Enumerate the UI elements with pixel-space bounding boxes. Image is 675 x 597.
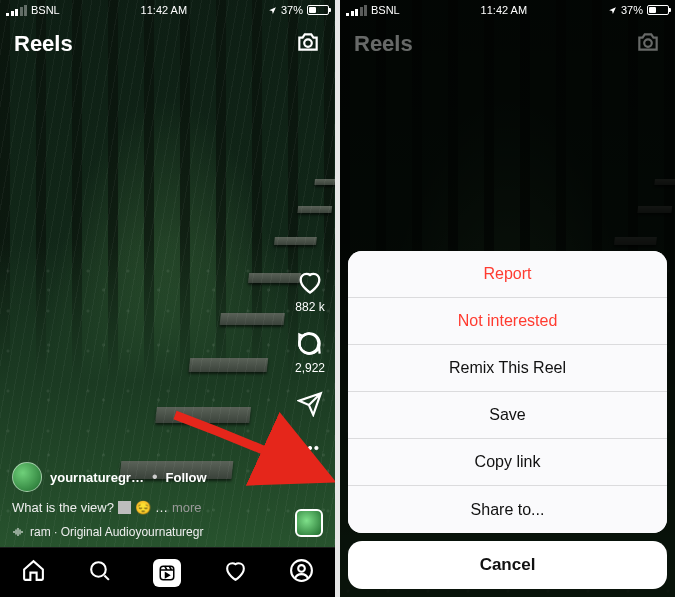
svg-point-1: [300, 333, 320, 353]
battery-pct-label: 37%: [621, 4, 643, 16]
audio-text: ram · Original Audioyournaturegr: [30, 525, 203, 539]
status-bar: BSNL 11:42 AM 37%: [0, 0, 335, 20]
svg-point-3: [308, 446, 311, 449]
battery-icon: [307, 5, 329, 15]
reels-screen-actionsheet: BSNL 11:42 AM 37% Reels ial Audioyournat…: [340, 0, 675, 597]
share-button[interactable]: [297, 391, 323, 417]
status-bar: BSNL 11:42 AM 37%: [340, 0, 675, 20]
signal-icon: [6, 5, 27, 16]
bottom-nav: [0, 547, 335, 597]
sheet-cancel[interactable]: Cancel: [348, 541, 667, 589]
reel-action-column: 882 k 2,922: [295, 268, 325, 459]
clock-label: 11:42 AM: [481, 4, 527, 16]
heart-outline-icon: [223, 558, 248, 583]
page-title: Reels: [14, 31, 73, 57]
sheet-save[interactable]: Save: [348, 392, 667, 439]
reels-screen-main: BSNL 11:42 AM 37% Reels 882 k 2,922: [0, 0, 335, 597]
reels-tab[interactable]: [153, 559, 181, 587]
paper-plane-icon: [297, 391, 323, 417]
home-icon: [21, 558, 46, 583]
sheet-remix[interactable]: Remix This Reel: [348, 345, 667, 392]
svg-point-2: [302, 446, 305, 449]
reels-header: Reels: [340, 22, 675, 66]
page-title: Reels: [354, 31, 413, 57]
follow-button[interactable]: Follow: [166, 470, 207, 485]
caption[interactable]: What is the view? 😔 … more: [12, 500, 323, 515]
profile-icon: [289, 558, 314, 583]
battery-pct-label: 37%: [281, 4, 303, 16]
more-horizontal-icon: [299, 437, 321, 459]
sheet-not-interested[interactable]: Not interested: [348, 298, 667, 345]
likes-count: 882 k: [295, 300, 324, 314]
camera-button[interactable]: [295, 29, 321, 59]
svg-point-8: [298, 565, 305, 572]
sheet-report[interactable]: Report: [348, 251, 667, 298]
heart-icon: [296, 268, 324, 296]
caption-text: What is the view?: [12, 500, 114, 515]
like-button[interactable]: 882 k: [295, 268, 324, 314]
location-icon: [608, 6, 617, 15]
search-tab[interactable]: [87, 558, 112, 587]
search-icon: [87, 558, 112, 583]
sheet-copy-link[interactable]: Copy link: [348, 439, 667, 486]
svg-point-4: [315, 446, 318, 449]
action-sheet: Report Not interested Remix This Reel Sa…: [348, 251, 667, 589]
reels-header: Reels: [0, 22, 335, 66]
svg-rect-6: [161, 566, 175, 580]
carrier-label: BSNL: [31, 4, 60, 16]
carrier-label: BSNL: [371, 4, 400, 16]
svg-point-0: [304, 39, 312, 47]
battery-icon: [647, 5, 669, 15]
svg-point-5: [91, 562, 106, 577]
svg-point-9: [644, 39, 652, 47]
user-avatar[interactable]: [12, 462, 42, 492]
audio-thumbnail[interactable]: [295, 509, 323, 537]
comment-icon: [296, 330, 323, 357]
audio-info[interactable]: ram · Original Audioyournaturegr: [12, 525, 323, 539]
reel-meta: yournaturegr… • Follow What is the view?…: [12, 462, 323, 539]
audio-bars-icon: [12, 526, 24, 538]
signal-icon: [346, 5, 367, 16]
emoji-placeholder: [118, 501, 131, 514]
username-label[interactable]: yournaturegr…: [50, 470, 144, 485]
comments-count: 2,922: [295, 361, 325, 375]
more-label: more: [172, 500, 202, 515]
profile-tab[interactable]: [289, 558, 314, 587]
separator-dot: •: [152, 468, 158, 486]
camera-button[interactable]: [635, 29, 661, 59]
activity-tab[interactable]: [223, 558, 248, 587]
reels-icon: [158, 564, 176, 582]
location-icon: [268, 6, 277, 15]
more-options-button[interactable]: [299, 437, 321, 459]
sheet-share-to[interactable]: Share to...: [348, 486, 667, 533]
emoji-pensive: 😔: [135, 500, 151, 515]
home-tab[interactable]: [21, 558, 46, 587]
clock-label: 11:42 AM: [141, 4, 187, 16]
comment-button[interactable]: 2,922: [295, 330, 325, 375]
